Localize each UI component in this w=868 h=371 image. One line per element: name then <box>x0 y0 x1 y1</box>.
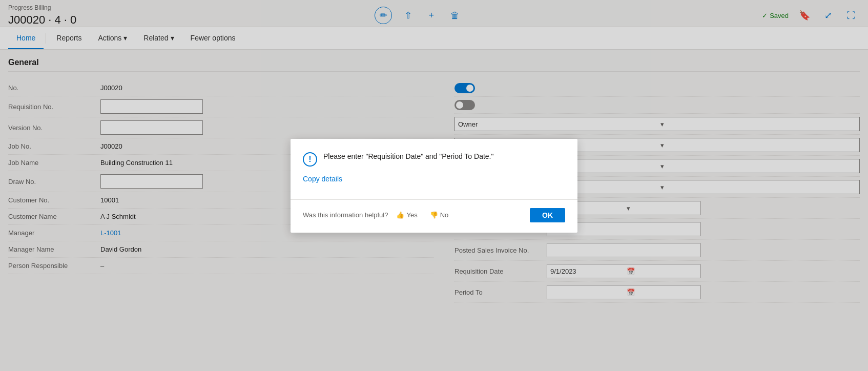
copy-details-link[interactable]: Copy details <box>303 175 565 183</box>
helpful-question: Was this information helpful? <box>303 211 388 219</box>
modal-body: ! Please enter "Requisition Date" and "P… <box>291 139 577 199</box>
modal-divider <box>291 199 577 200</box>
dialog: ! Please enter "Requisition Date" and "P… <box>291 139 577 233</box>
modal-message-row: ! Please enter "Requisition Date" and "P… <box>303 151 565 167</box>
modal-footer: Was this information helpful? 👍 Yes 👎 No… <box>291 208 577 233</box>
warning-icon: ! <box>303 152 317 167</box>
ok-button[interactable]: OK <box>530 208 565 222</box>
modal-overlay: ! Please enter "Requisition Date" and "P… <box>0 0 868 311</box>
helpful-no-button[interactable]: 👎 No <box>426 209 453 221</box>
modal-message: Please enter "Requisition Date" and "Per… <box>323 151 493 162</box>
thumbs-down-icon: 👎 <box>430 211 438 219</box>
helpful-yes-button[interactable]: 👍 Yes <box>392 209 421 221</box>
helpful-row: Was this information helpful? 👍 Yes 👎 No <box>303 209 452 221</box>
thumbs-up-icon: 👍 <box>396 211 404 219</box>
